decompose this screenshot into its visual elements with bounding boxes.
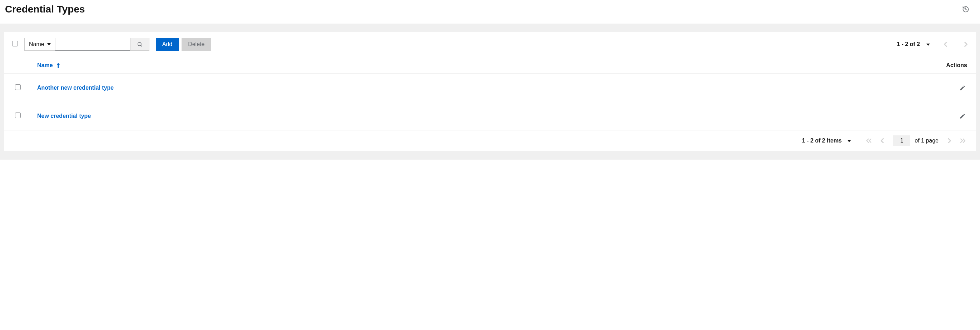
column-header-name[interactable]: Name — [37, 62, 60, 68]
top-pager-next[interactable] — [961, 40, 970, 49]
pager-last[interactable] — [958, 136, 968, 145]
credential-type-link[interactable]: Another new credential type — [37, 85, 114, 91]
column-header-name-label: Name — [37, 62, 53, 68]
table-row: New credential type — [4, 102, 976, 130]
svg-line-1 — [141, 45, 142, 46]
search-input[interactable] — [55, 38, 130, 51]
toolbar: Name Add Delete 1 - 2 of 2 — [4, 32, 976, 56]
content-card: Name Add Delete 1 - 2 of 2 — [4, 32, 976, 151]
footer-items-text: 1 - 2 of 2 items — [802, 138, 842, 144]
table-header: Name Actions — [4, 56, 976, 74]
chevron-right-icon — [964, 42, 968, 47]
chevron-double-left-icon — [866, 138, 872, 143]
chevron-right-icon — [947, 138, 951, 143]
chevron-left-icon — [943, 42, 948, 47]
footer-toolbar: 1 - 2 of 2 items of 1 page — [4, 130, 976, 151]
delete-button[interactable]: Delete — [181, 38, 211, 51]
edit-button[interactable] — [958, 111, 967, 121]
pager-first[interactable] — [864, 136, 874, 145]
chevron-left-icon — [880, 138, 885, 143]
select-all-checkbox[interactable] — [12, 41, 18, 46]
top-pager-text: 1 - 2 of 2 — [897, 41, 920, 48]
history-button[interactable] — [961, 4, 971, 14]
chevron-double-right-icon — [960, 138, 966, 143]
pencil-icon — [959, 85, 966, 91]
search-button[interactable] — [130, 38, 150, 51]
top-pager-dropdown[interactable] — [925, 40, 931, 49]
column-header-actions: Actions — [946, 62, 967, 68]
credential-type-link[interactable]: New credential type — [37, 113, 91, 119]
of-pages-text: of 1 page — [915, 138, 939, 144]
filter-field-label: Name — [29, 41, 44, 48]
table-row: Another new credential type — [4, 74, 976, 102]
edit-button[interactable] — [958, 83, 967, 92]
page-title: Credential Types — [5, 3, 85, 15]
row-checkbox[interactable] — [15, 113, 21, 118]
footer-items-dropdown[interactable] — [846, 137, 853, 145]
filter-group: Name — [24, 38, 150, 51]
caret-down-icon — [47, 43, 51, 46]
top-pager-prev[interactable] — [942, 40, 950, 49]
row-checkbox[interactable] — [15, 84, 21, 90]
pager-prev[interactable] — [878, 136, 887, 145]
caret-down-icon — [926, 43, 930, 46]
pencil-icon — [959, 113, 966, 119]
page-number-input[interactable] — [893, 135, 910, 146]
caret-down-icon — [847, 139, 851, 143]
history-icon — [962, 6, 969, 13]
filter-field-dropdown[interactable]: Name — [24, 38, 55, 51]
add-button[interactable]: Add — [156, 38, 179, 51]
sort-ascending-icon — [56, 63, 60, 68]
pager-next[interactable] — [945, 136, 953, 145]
search-icon — [137, 41, 143, 47]
